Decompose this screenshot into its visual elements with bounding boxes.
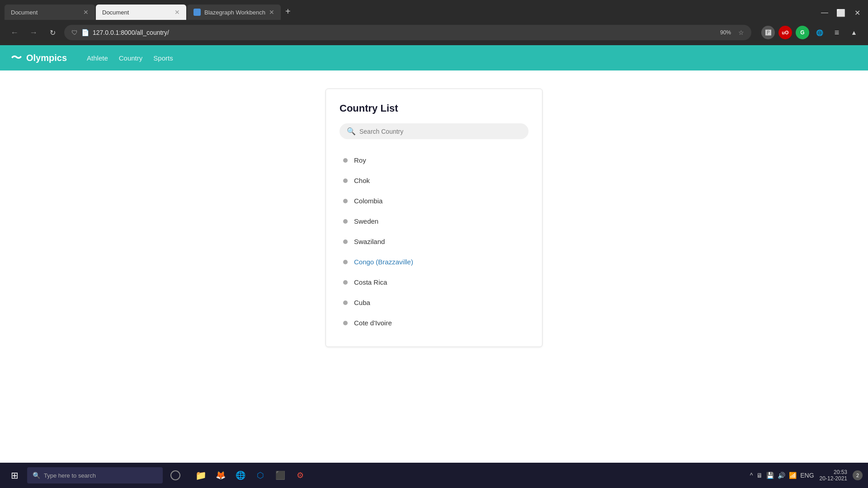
ublock-icon[interactable]: uO (778, 26, 792, 39)
nav-country[interactable]: Country (119, 54, 143, 62)
taskbar-circle[interactable] (166, 466, 184, 484)
url-bar[interactable]: 🛡 📄 127.0.0.1:8000/all_country/ 90% ☆ (64, 25, 751, 40)
forward-button[interactable]: → (26, 25, 41, 40)
grammarly-icon[interactable]: G (796, 26, 809, 39)
browser-chrome: Document ✕ Document ✕ Blazegraph Workben… (0, 0, 868, 45)
volume-icon[interactable]: 🔊 (778, 472, 785, 479)
country-dot (343, 158, 348, 163)
country-dot (343, 199, 348, 203)
start-button[interactable]: ⊞ (5, 466, 24, 484)
country-dot (343, 178, 348, 183)
country-name: Chok (354, 177, 370, 184)
country-dot (343, 280, 348, 285)
nav-athlete[interactable]: Athlete (87, 54, 108, 62)
taskbar-firefox[interactable]: 🦊 (212, 466, 230, 484)
search-icon: 🔍 (347, 127, 356, 136)
hdd-icon[interactable]: 💾 (766, 472, 774, 479)
taskbar-vscode[interactable]: ⬡ (251, 466, 269, 484)
tab-blazegraph[interactable]: Blazegraph Workbench ✕ (187, 5, 281, 20)
browser-right-icons: 🅿 uO G 🌐 ≡ ▲ (761, 26, 861, 39)
page-icon: 📄 (81, 29, 89, 36)
taskbar-file-explorer[interactable]: 📁 (192, 466, 210, 484)
globe-icon[interactable]: 🌐 (813, 26, 826, 39)
country-name: Cuba (354, 299, 370, 306)
language-label: ENG (800, 472, 814, 479)
back-button[interactable]: ← (7, 25, 22, 40)
taskbar: ⊞ 🔍 Type here to search 📁 🦊 🌐 ⬡ ⬛ ⚙ ^ 🖥 … (0, 463, 868, 488)
list-item[interactable]: Costa Rica (340, 272, 528, 292)
minimize-button[interactable]: — (817, 5, 832, 20)
taskbar-search-text: Type here to search (44, 472, 96, 479)
screen-icon[interactable]: 🖥 (756, 472, 763, 479)
country-dot (343, 219, 348, 224)
menu-icon[interactable]: ≡ (830, 26, 844, 39)
list-item[interactable]: Roy (340, 150, 528, 170)
nav-links: Athlete Country Sports (87, 54, 173, 62)
taskbar-right: ^ 🖥 💾 🔊 📶 ENG 20:53 20-12-2021 2 (750, 469, 863, 482)
tab-close-1[interactable]: ✕ (83, 9, 89, 16)
new-tab-button[interactable]: + (282, 5, 294, 19)
close-button[interactable]: ✕ (850, 5, 864, 20)
notification-count: 2 (856, 473, 859, 478)
notification-badge[interactable]: 2 (853, 470, 863, 480)
list-item[interactable]: Cuba (340, 292, 528, 313)
bookmark-icon[interactable]: ☆ (738, 29, 744, 36)
tab-close-3[interactable]: ✕ (269, 9, 274, 16)
tabs-bar: Document ✕ Document ✕ Blazegraph Workben… (0, 0, 868, 20)
taskbar-terminal[interactable]: ⬛ (271, 466, 289, 484)
expand-icon[interactable]: ^ (750, 472, 753, 479)
country-name: Colombia (354, 197, 382, 205)
country-list: Roy Chok Colombia Sweden Swaziland (340, 150, 528, 333)
country-name: Swaziland (354, 238, 385, 245)
reload-button[interactable]: ↻ (45, 25, 60, 40)
url-text: 127.0.0.1:8000/all_country/ (93, 29, 169, 36)
taskbar-redoc[interactable]: ⚙ (291, 466, 309, 484)
blazegraph-icon (193, 9, 201, 16)
system-icons: ^ 🖥 💾 🔊 📶 ENG (750, 472, 814, 479)
list-item[interactable]: Chok (340, 170, 528, 191)
country-name: Costa Rica (354, 278, 387, 286)
brand[interactable]: 〜 Olympics (11, 51, 67, 65)
scroll-up-icon[interactable]: ▲ (847, 26, 861, 39)
wifi-icon[interactable]: 📶 (789, 472, 797, 479)
list-item[interactable]: Swaziland (340, 231, 528, 252)
list-item[interactable]: Sweden (340, 211, 528, 231)
brand-wave-icon: 〜 (11, 51, 22, 65)
search-box[interactable]: 🔍 (340, 123, 528, 139)
shield-icon: 🛡 (71, 29, 78, 36)
address-bar: ← → ↻ 🛡 📄 127.0.0.1:8000/all_country/ 90… (0, 20, 868, 45)
taskbar-app-icons: 📁 🦊 🌐 ⬡ ⬛ ⚙ (192, 466, 309, 484)
date-text: 20-12-2021 (820, 475, 847, 482)
list-item[interactable]: Colombia (340, 191, 528, 211)
country-card: Country List 🔍 Roy Chok Colombia (326, 89, 542, 347)
pocket-icon[interactable]: 🅿 (761, 26, 775, 39)
tab-close-2[interactable]: ✕ (175, 9, 180, 16)
tab-label: Blazegraph Workbench (204, 9, 265, 16)
address-right-icons: 90% ☆ (717, 28, 744, 38)
taskbar-time: 20:53 20-12-2021 (820, 469, 847, 482)
list-item[interactable]: Congo (Brazzaville) (340, 252, 528, 272)
tab-document-1[interactable]: Document ✕ (5, 5, 95, 20)
country-dot (343, 260, 348, 264)
page-content: 〜 Olympics Athlete Country Sports Countr… (0, 45, 868, 463)
taskbar-search[interactable]: 🔍 Type here to search (27, 467, 163, 483)
country-name: Roy (354, 156, 366, 164)
country-dot (343, 239, 348, 244)
list-item[interactable]: Cote d'Ivoire (340, 313, 528, 333)
navbar: 〜 Olympics Athlete Country Sports (0, 45, 868, 70)
tab-label: Document (11, 9, 38, 16)
taskbar-search-icon: 🔍 (33, 472, 40, 479)
zoom-level: 90% (717, 28, 735, 38)
country-name: Cote d'Ivoire (354, 319, 392, 327)
country-name: Congo (Brazzaville) (354, 258, 413, 266)
brand-name: Olympics (26, 53, 67, 63)
card-title: Country List (340, 103, 528, 114)
search-input[interactable] (359, 128, 521, 135)
tab-label: Document (102, 9, 129, 16)
nav-sports[interactable]: Sports (153, 54, 173, 62)
maximize-button[interactable]: ⬜ (834, 5, 848, 20)
time-text: 20:53 (820, 469, 847, 475)
tab-document-2[interactable]: Document ✕ (96, 5, 186, 20)
taskbar-chrome[interactable]: 🌐 (231, 466, 250, 484)
country-dot (343, 300, 348, 305)
